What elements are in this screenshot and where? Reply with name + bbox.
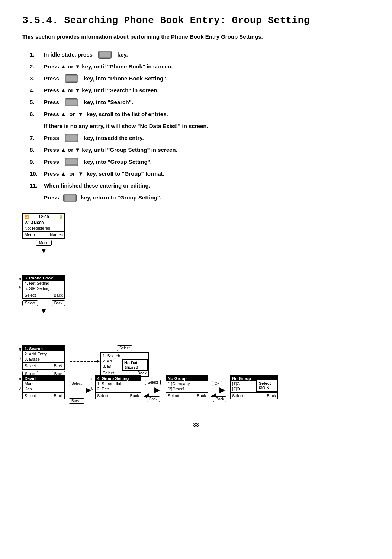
gs-row3: 2. Edit (96, 386, 141, 392)
arrow-right-4: ▶ (219, 385, 225, 394)
back-button-1[interactable]: Back (52, 300, 65, 306)
back-button-4[interactable]: Back (69, 398, 84, 404)
back-button-5[interactable]: Back (147, 396, 160, 402)
pi-mark-1: π (19, 276, 22, 281)
select-button-5[interactable]: Select (145, 380, 161, 385)
search-menu-wrap: π 1. Search 2. Add Entry 3. Erase θ Sele… (22, 345, 65, 377)
entry-row2: Mark (23, 381, 64, 386)
step-6-indent: If there is no any entry, it will show "… (44, 122, 370, 131)
idle-names-label: Names (50, 233, 63, 237)
step-content-1: In idle state, press key. (44, 50, 128, 59)
step-content-5: Press key, into "Search". (44, 98, 133, 107)
reg-status: Not registered (23, 226, 64, 231)
grpfin-back-label: Back (267, 393, 276, 398)
step-2: 2. Press ▲ or ▼ key, until "Phone Book" … (30, 62, 370, 71)
step-content-8: Press ▲ or ▼ key, until "Group Setting" … (44, 146, 177, 154)
step-content-9: Press key, into "Group Setting". (44, 157, 152, 166)
diagram-section: 📶 12:00 🔋 WLAN600 Not registered Menu Na… (22, 213, 372, 414)
step-content-6: Press ▲ or ▼ key, scroll to the list of … (44, 110, 168, 119)
gs-select-label: Select (97, 393, 109, 398)
phonebook-row2: 4. Net Setting (23, 281, 64, 286)
gs-row2: 1. Speed dial (96, 381, 141, 386)
step-num-4: 4. (30, 86, 44, 95)
step-1: 1. In idle state, press key. (30, 50, 370, 59)
step-7: 7. Press key, into/add the entry. (30, 134, 370, 143)
search-select-label: Select (25, 364, 36, 368)
entry-settings-wrap: π 4. Group Setting 1. Speed dial 2. Edit… (95, 375, 141, 399)
step-num-10: 10. (30, 169, 44, 178)
phonebook-menu-wrap: π 3. Phone Book 4. Net Setting 5. SIP Se… (22, 275, 65, 315)
arrow-down-1: ▼ (40, 246, 48, 255)
page-title: 3.5.4. Searching Phone Book Entry: Group… (22, 15, 370, 26)
grpsel-back-label: Back (197, 393, 206, 398)
grpfin-footer: Select Back (231, 392, 277, 399)
step-num-7: 7. (30, 134, 44, 143)
key-icon-5 (65, 98, 78, 106)
grpfin-select-label: Select (232, 393, 244, 398)
back-button-6[interactable]: Back (213, 396, 226, 402)
theta-mark-4: θ (91, 386, 93, 390)
grpsel-row1: No Group (166, 376, 208, 381)
search-menu2-wrap: Select 1. Search 2. Ad No Data ⊙Exist!! … (100, 345, 149, 377)
select-button-4[interactable]: Select (69, 381, 84, 386)
grpsel-row2: [1]Company (166, 381, 208, 386)
step-content-10: Press ▲ or ▼ key, scroll to "Group" form… (44, 169, 164, 178)
steps-list: 1. In idle state, press key. 2. Press ▲ … (30, 50, 370, 202)
select-btn-entry: Select Back (69, 381, 84, 404)
battery-icon: 🔋 (58, 215, 63, 219)
idle-screen-wrap: 📶 12:00 🔋 WLAN600 Not registered Menu Na… (22, 213, 65, 255)
sm2-row2: 2. Ad No Data ⊙Exist!! (101, 358, 148, 364)
idle-time: 12:00 (38, 215, 49, 219)
step-content-3: Press key, into "Phone Book Setting". (44, 74, 167, 83)
key-icon-3 (65, 74, 78, 83)
entry-back-label: Back (54, 393, 63, 398)
step-8: 8. Press ▲ or ▼ key, until "Group Settin… (30, 146, 370, 154)
key-icon-9 (65, 158, 78, 166)
search-footer: Select Back (23, 362, 64, 369)
entry-row3: Ken (23, 386, 64, 392)
entry-row1: David (23, 376, 64, 381)
search-row3: 3. Erase (23, 357, 64, 362)
key-icon-7 (65, 134, 78, 142)
theta-mark-3: θ (19, 386, 21, 390)
step-num-11: 11. (30, 181, 44, 190)
step-content-4: Press ▲ or ▼ key, until "Search" in scre… (44, 86, 159, 95)
select-button-3[interactable]: Select (117, 345, 132, 351)
theta-mark-2: θ (19, 356, 21, 361)
step-5: 5. Press key, into "Search". (30, 98, 370, 107)
phonebook-back-label: Back (54, 293, 63, 297)
step-9: 9. Press key, into "Group Setting". (30, 157, 370, 166)
step-num-5: 5. (30, 98, 44, 107)
phonebook-row1: 3. Phone Book (23, 275, 64, 281)
group-select-wrap: No Group [1]Company [2]Other1 Select Bac… (166, 375, 208, 399)
gs-footer: Select Back (96, 392, 141, 399)
select-button-1[interactable]: Select (22, 300, 38, 306)
search-back-label: Back (54, 364, 63, 368)
phonebook-select-label: Select (25, 293, 36, 297)
step-3: 3. Press key, into "Phone Book Setting". (30, 74, 370, 83)
pi-mark-2: π (19, 347, 22, 351)
step-10: 10. Press ▲ or ▼ key, scroll to "Group" … (30, 169, 370, 178)
step-num-2: 2. (30, 62, 44, 71)
grpsel-footer: Select Back (166, 392, 208, 399)
gs-row1: 4. Group Setting (96, 376, 141, 381)
arrow-right-3: ▶ (154, 385, 160, 394)
intro-text: This section provides information about … (22, 33, 370, 41)
entry-list-wrap: π David Mark Ken θ Select Back (22, 375, 65, 399)
arrow-down-2: ▼ (40, 307, 48, 315)
step-11-indent: Press key, return to "Group Setting". (44, 193, 370, 202)
dashed-arrow-1 (70, 360, 100, 363)
step-num-6: 6. (30, 110, 44, 119)
grpsel-row3: [2]Other1 (166, 386, 208, 392)
search-row1: 1. Search (23, 346, 64, 351)
step-num-1: 1. (30, 50, 44, 59)
idle-menu-label: Menu (25, 233, 35, 237)
grpsel-select-label: Select (168, 393, 179, 398)
step-11: 11. When finished these entering or edit… (30, 181, 370, 190)
menu-button[interactable]: Menu (36, 240, 52, 246)
gs-back-label: Back (130, 393, 139, 398)
step-num-9: 9. (30, 157, 44, 166)
group-final-wrap: No Group [1]C [2]O Select Back Select ☑O… (230, 375, 278, 399)
sm2-select-label: Select (103, 371, 114, 375)
signal-icon: 📶 (25, 215, 29, 219)
